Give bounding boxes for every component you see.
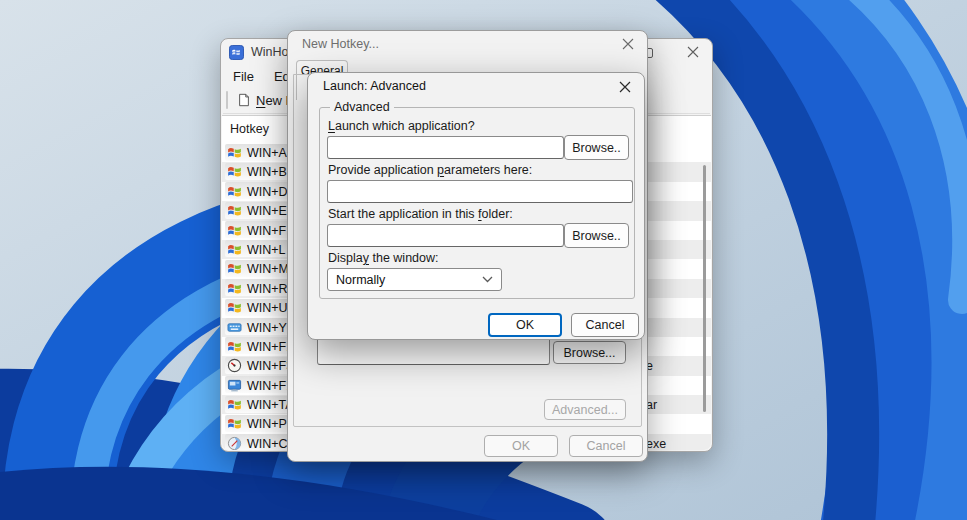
application-label: Launch which application? [328, 119, 475, 133]
menu-file[interactable]: File [223, 67, 264, 86]
cancel-button[interactable]: Cancel [571, 313, 639, 337]
cancel-button[interactable]: Cancel [569, 435, 643, 457]
keyboard-icon [227, 320, 242, 335]
windows-flag-icon [227, 300, 242, 315]
browse-folder-button[interactable]: Browse.. [564, 223, 629, 248]
column-header-hotkey[interactable]: Hotkey [230, 122, 269, 136]
new-document-icon [237, 93, 251, 107]
winhotkey-app-icon [229, 45, 244, 60]
globe-icon [227, 436, 242, 450]
browse-application-button[interactable]: Browse.. [564, 135, 629, 160]
hotkey-label: WIN+B [247, 165, 287, 179]
display-window-select[interactable]: Normally [327, 268, 502, 291]
hotkey-label: WIN+D [247, 185, 288, 199]
hotkey-label: WIN+R [247, 282, 288, 296]
application-field[interactable] [327, 136, 564, 159]
combo-value: Normally [336, 273, 385, 287]
launch-advanced-dialog: Launch: Advanced Advanced Launch which a… [307, 72, 645, 340]
hotkey-label: WIN+F [247, 224, 286, 238]
groupbox-label: Advanced [330, 100, 394, 114]
hotkey-action-field[interactable] [317, 336, 550, 365]
windows-flag-icon [227, 339, 242, 354]
parameters-field[interactable] [327, 180, 633, 203]
desktop: { "main_window": { "title": "WinHotKey",… [0, 0, 967, 520]
dialog-title: New Hotkey... [302, 37, 379, 51]
windows-flag-icon [227, 223, 242, 238]
browse-button[interactable]: Browse... [553, 341, 626, 364]
hotkey-label: WIN+U [247, 301, 288, 315]
screen-icon [227, 378, 242, 393]
hotkey-label: WIN+M [247, 262, 289, 276]
close-icon[interactable] [622, 38, 634, 50]
advanced-button[interactable]: Advanced... [544, 399, 626, 420]
hotkey-label: WIN+A [247, 146, 287, 160]
windows-flag-icon [227, 397, 242, 412]
scrollbar-thumb[interactable] [703, 165, 706, 412]
new-hotkey-titlebar[interactable]: New Hotkey... [288, 31, 647, 57]
folder-field[interactable] [327, 224, 564, 247]
windows-flag-icon [227, 184, 242, 199]
hotkey-label: WIN+L [247, 243, 286, 257]
windows-flag-icon [227, 145, 242, 160]
close-icon[interactable] [687, 46, 699, 58]
windows-flag-icon [227, 261, 242, 276]
chevron-down-icon [482, 276, 493, 283]
ok-button[interactable]: OK [488, 313, 562, 337]
windows-flag-icon [227, 164, 242, 179]
toolbar-gripper [226, 91, 228, 109]
hotkey-label: WIN+E [247, 204, 287, 218]
folder-label: Start the application in this folder: [328, 207, 513, 221]
ok-button[interactable]: OK [484, 435, 558, 457]
windows-flag-icon [227, 242, 242, 257]
windows-flag-icon [227, 416, 242, 431]
dialog-title: Launch: Advanced [323, 79, 426, 93]
hotkey-label: WIN+Y [247, 321, 287, 335]
gauge-icon [227, 358, 242, 373]
close-icon[interactable] [619, 81, 631, 93]
windows-flag-icon [227, 281, 242, 296]
windows-flag-icon [227, 203, 242, 218]
action-text-fragment: exe [646, 437, 666, 451]
parameters-label: Provide application parameters here: [328, 163, 532, 177]
display-window-label: Display the window: [328, 251, 438, 265]
